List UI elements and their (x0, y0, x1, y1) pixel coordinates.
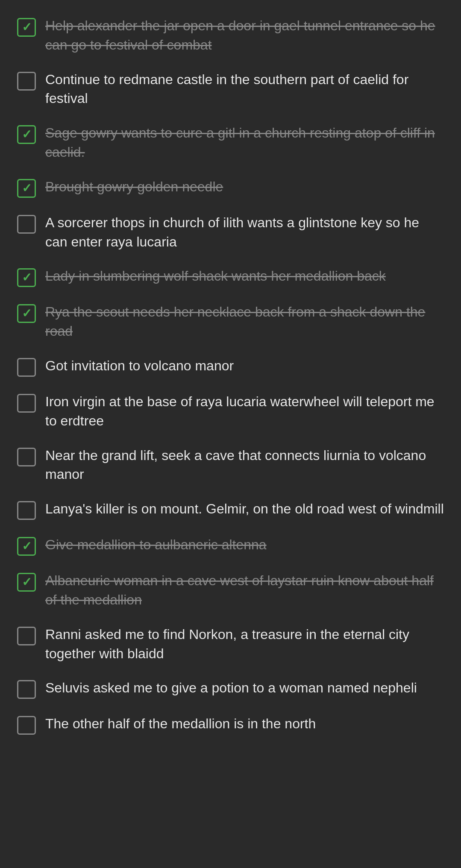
task-checkbox-9[interactable] (17, 394, 36, 413)
task-item: Ranni asked me to find Norkon, a treasur… (13, 617, 448, 671)
task-item: Continue to redmane castle in the southe… (13, 62, 448, 116)
task-text-4: Brought gowry golden needle (45, 177, 444, 196)
task-checkbox-3[interactable]: ✓ (17, 125, 36, 144)
checkmark-icon: ✓ (22, 129, 32, 141)
task-text-12: Give medallion to aulbaneric altenna (45, 535, 444, 554)
checkmark-icon: ✓ (22, 21, 32, 33)
checkmark-icon: ✓ (22, 540, 32, 552)
task-checkbox-4[interactable]: ✓ (17, 179, 36, 198)
task-text-11: Lanya's killer is on mount. Gelmir, on t… (45, 499, 444, 519)
task-text-13: Albaneuric woman in a cave west of layst… (45, 571, 444, 610)
task-text-16: The other half of the medallion is in th… (45, 714, 444, 733)
task-item: ✓Albaneuric woman in a cave west of lays… (13, 563, 448, 617)
checkmark-icon: ✓ (22, 576, 32, 588)
checkmark-icon: ✓ (22, 272, 32, 284)
task-text-15: Seluvis asked me to give a potion to a w… (45, 678, 444, 698)
task-item: Lanya's killer is on mount. Gelmir, on t… (13, 492, 448, 528)
task-list: ✓Help alexander the jar open a door in g… (13, 9, 448, 742)
task-text-10: Near the grand lift, seek a cave that co… (45, 446, 444, 484)
task-text-6: Lady in slumbering wolf shack wants her … (45, 267, 444, 286)
task-item: Got invitation to volcano manor (13, 349, 448, 384)
checkmark-icon: ✓ (22, 308, 32, 320)
task-text-14: Ranni asked me to find Norkon, a treasur… (45, 625, 444, 663)
task-item: Near the grand lift, seek a cave that co… (13, 438, 448, 492)
task-checkbox-16[interactable] (17, 716, 36, 735)
task-text-5: A sorcerer thops in church of ilith want… (45, 213, 444, 252)
task-item: The other half of the medallion is in th… (13, 707, 448, 742)
task-item: Seluvis asked me to give a potion to a w… (13, 671, 448, 707)
task-item: Iron virgin at the base of raya lucaria … (13, 384, 448, 438)
task-text-7: Rya the scout needs her necklace back fr… (45, 302, 444, 341)
task-checkbox-2[interactable] (17, 72, 36, 91)
task-text-3: Sage gowry wants to cure a gitl in a chu… (45, 123, 444, 162)
task-item: ✓Lady in slumbering wolf shack wants her… (13, 259, 448, 295)
task-checkbox-12[interactable]: ✓ (17, 537, 36, 556)
task-checkbox-11[interactable] (17, 501, 36, 520)
task-checkbox-5[interactable] (17, 215, 36, 234)
task-text-2: Continue to redmane castle in the southe… (45, 70, 444, 108)
task-item: ✓Rya the scout needs her necklace back f… (13, 295, 448, 349)
task-checkbox-8[interactable] (17, 358, 36, 377)
task-text-8: Got invitation to volcano manor (45, 356, 444, 375)
task-checkbox-1[interactable]: ✓ (17, 18, 36, 37)
checkmark-icon: ✓ (22, 182, 32, 194)
task-checkbox-7[interactable]: ✓ (17, 304, 36, 323)
task-checkbox-15[interactable] (17, 680, 36, 699)
task-checkbox-10[interactable] (17, 448, 36, 466)
task-item: A sorcerer thops in church of ilith want… (13, 205, 448, 259)
task-checkbox-14[interactable] (17, 627, 36, 645)
task-text-1: Help alexander the jar open a door in ga… (45, 16, 444, 55)
task-checkbox-13[interactable]: ✓ (17, 573, 36, 592)
task-text-9: Iron virgin at the base of raya lucaria … (45, 392, 444, 431)
task-item: ✓Help alexander the jar open a door in g… (13, 9, 448, 62)
task-item: ✓Sage gowry wants to cure a gitl in a ch… (13, 116, 448, 170)
task-checkbox-6[interactable]: ✓ (17, 268, 36, 287)
task-item: ✓Give medallion to aulbaneric altenna (13, 528, 448, 563)
task-item: ✓Brought gowry golden needle (13, 170, 448, 205)
